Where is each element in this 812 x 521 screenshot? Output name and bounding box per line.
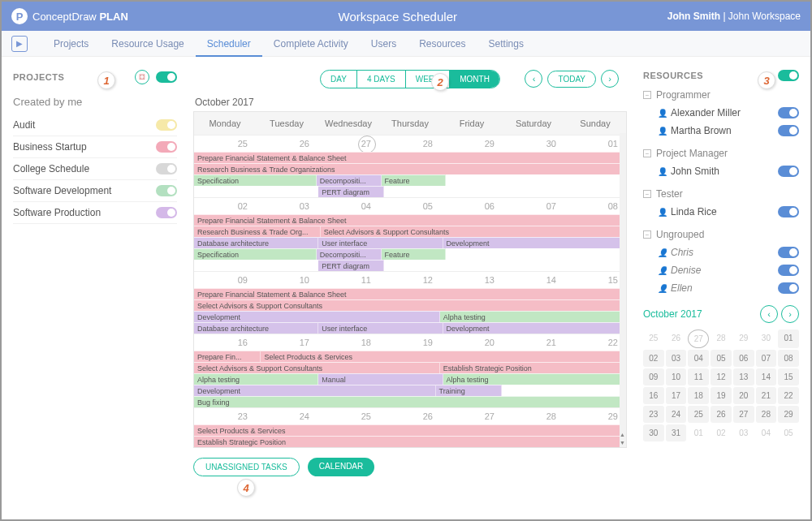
mini-date[interactable]: 22 xyxy=(778,387,799,404)
mini-date[interactable]: 12 xyxy=(710,368,732,385)
project-item[interactable]: Business Startup xyxy=(13,136,177,158)
date-cell[interactable]: 21 xyxy=(503,334,564,351)
task-bar[interactable]: Specification xyxy=(194,174,317,186)
date-cell[interactable]: 01 xyxy=(564,136,626,152)
date-cell[interactable]: 28 xyxy=(503,408,564,424)
task-bar[interactable]: Development xyxy=(194,385,436,396)
task-bar[interactable]: Decompositi... xyxy=(317,248,382,260)
nav-resource-usage[interactable]: Resource Usage xyxy=(100,31,195,57)
mini-next-button[interactable]: › xyxy=(781,305,799,323)
date-cell[interactable]: 06 xyxy=(441,198,503,214)
nav-scheduler[interactable]: Scheduler xyxy=(196,31,262,57)
date-cell[interactable]: 20 xyxy=(441,334,503,351)
task-bar[interactable]: Select Products & Services xyxy=(261,351,626,362)
mini-date[interactable]: 01 xyxy=(688,424,709,441)
nav-projects[interactable]: Projects xyxy=(42,31,100,57)
task-bar[interactable]: Alpha testing xyxy=(194,373,318,385)
mini-date[interactable]: 27 xyxy=(733,406,754,423)
resource-member[interactable]: 👤Linda Rice xyxy=(643,203,799,221)
nav-resources[interactable]: Resources xyxy=(408,31,477,57)
task-bar[interactable]: Prepare Financial Statement & Balance Sh… xyxy=(194,214,626,226)
member-toggle[interactable] xyxy=(778,125,799,136)
date-cell[interactable]: 16 xyxy=(194,334,256,351)
task-bar[interactable]: Database architecture xyxy=(194,322,318,334)
member-toggle[interactable] xyxy=(778,282,799,294)
task-bar[interactable]: Select Advisors & Support Consultants xyxy=(321,226,626,237)
grid-icon[interactable]: ⚃ xyxy=(135,70,149,84)
projects-toggle[interactable] xyxy=(156,71,177,83)
date-cell[interactable]: 25 xyxy=(194,136,256,152)
task-bar[interactable]: Prepare Financial Statement & Balance Sh… xyxy=(194,288,626,299)
mini-date[interactable]: 28 xyxy=(756,406,777,423)
mini-date[interactable]: 18 xyxy=(688,387,709,404)
date-cell[interactable]: 26 xyxy=(256,136,317,152)
mini-date[interactable]: 10 xyxy=(666,368,687,385)
mini-date[interactable]: 29 xyxy=(733,329,754,348)
task-bar[interactable]: Select Products & Services xyxy=(194,424,626,436)
expand-icon[interactable]: ▶ xyxy=(11,36,28,52)
resource-member[interactable]: 👤John Smith xyxy=(643,162,799,180)
task-bar[interactable]: Research Business & Trade Organizations xyxy=(194,163,626,174)
resource-member[interactable]: 👤Alexander Miller xyxy=(643,104,799,122)
date-cell[interactable]: 14 xyxy=(503,272,564,288)
project-item[interactable]: Software Development xyxy=(13,180,177,202)
member-toggle[interactable] xyxy=(778,247,799,258)
mini-prev-button[interactable]: ‹ xyxy=(760,305,778,323)
date-cell[interactable]: 02 xyxy=(194,198,256,214)
view-day[interactable]: DAY xyxy=(321,71,357,88)
mini-date[interactable]: 05 xyxy=(710,350,732,367)
date-cell[interactable]: 22 xyxy=(564,334,626,351)
resource-group[interactable]: −Ungrouped xyxy=(643,229,799,240)
mini-date[interactable]: 29 xyxy=(778,406,799,423)
mini-date[interactable]: 14 xyxy=(756,368,777,385)
mini-date[interactable]: 04 xyxy=(688,350,709,367)
task-bar[interactable]: Alpha testing xyxy=(440,311,626,322)
mini-date[interactable]: 06 xyxy=(733,350,754,367)
date-cell[interactable]: 29 xyxy=(441,136,503,152)
mini-date[interactable]: 04 xyxy=(756,424,777,441)
unassigned-tasks-button[interactable]: UNASSIGNED TASKS xyxy=(193,458,300,476)
mini-date[interactable]: 30 xyxy=(756,329,777,348)
date-cell[interactable]: 19 xyxy=(379,334,441,351)
mini-date[interactable]: 24 xyxy=(666,406,687,423)
date-cell[interactable]: 27 xyxy=(317,136,379,152)
mini-date[interactable]: 03 xyxy=(666,350,687,367)
task-bar[interactable]: Training xyxy=(436,385,502,396)
task-bar[interactable]: PERT diagram xyxy=(318,186,384,197)
task-bar[interactable]: Development xyxy=(443,237,626,248)
mini-date[interactable]: 02 xyxy=(710,424,732,441)
mini-date[interactable]: 25 xyxy=(643,329,664,348)
view-switch[interactable]: DAY4 DAYSWEEKMONTH xyxy=(320,70,500,88)
task-bar[interactable]: Feature xyxy=(382,248,447,260)
task-bar[interactable]: Manual xyxy=(318,373,443,385)
today-button[interactable]: TODAY xyxy=(547,71,596,88)
mini-date[interactable]: 08 xyxy=(778,350,799,367)
prev-period-button[interactable]: ‹ xyxy=(525,70,542,88)
user-info[interactable]: John Smith | John Workspace xyxy=(667,11,801,22)
mini-date[interactable]: 19 xyxy=(710,387,732,404)
scrollbar[interactable] xyxy=(620,133,626,447)
task-bar[interactable]: User interface xyxy=(318,322,443,334)
task-bar[interactable]: User interface xyxy=(318,237,443,248)
date-cell[interactable]: 10 xyxy=(256,272,317,288)
task-bar[interactable]: Feature xyxy=(382,174,447,186)
mini-date[interactable]: 23 xyxy=(643,406,664,423)
task-bar[interactable]: Decompositi... xyxy=(317,174,382,186)
mini-date[interactable]: 09 xyxy=(643,368,664,385)
task-bar[interactable]: Prepare Financial Statement & Balance Sh… xyxy=(194,152,626,163)
date-cell[interactable]: 05 xyxy=(379,198,441,214)
task-bar[interactable]: Development xyxy=(194,311,440,322)
date-cell[interactable]: 30 xyxy=(503,136,564,152)
task-bar[interactable]: Research Business & Trade Org... xyxy=(194,226,321,237)
task-bar[interactable]: Specification xyxy=(194,248,317,260)
date-cell[interactable]: 18 xyxy=(317,334,379,351)
member-toggle[interactable] xyxy=(778,206,799,217)
date-cell[interactable]: 12 xyxy=(379,272,441,288)
view-4 days[interactable]: 4 DAYS xyxy=(357,71,406,88)
date-cell[interactable]: 04 xyxy=(317,198,379,214)
next-period-button[interactable]: › xyxy=(601,70,619,88)
resource-group[interactable]: −Project Manager xyxy=(643,148,799,159)
collapse-icon[interactable]: − xyxy=(643,190,651,198)
date-cell[interactable]: 03 xyxy=(256,198,317,214)
collapse-icon[interactable]: − xyxy=(643,149,651,157)
